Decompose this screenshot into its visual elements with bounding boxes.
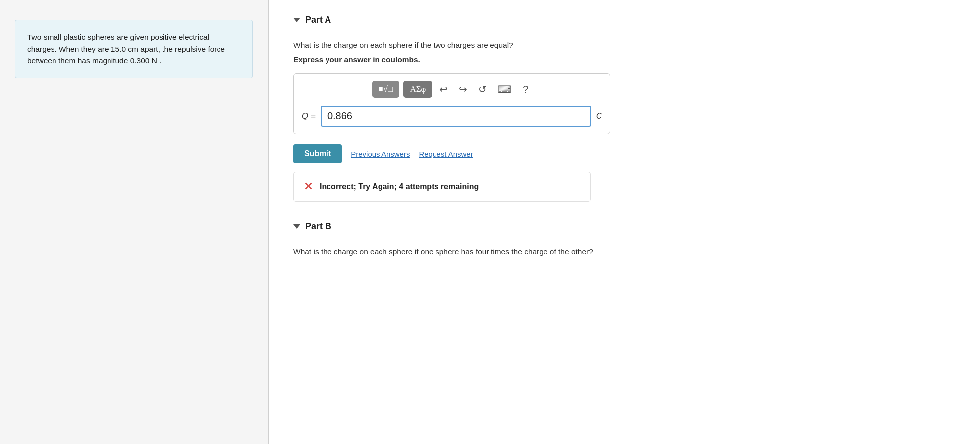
formula-button[interactable]: ■√□ (372, 81, 400, 98)
keyboard-button[interactable]: ⌨ (494, 81, 515, 97)
undo-button[interactable]: ↩ (436, 81, 451, 97)
undo-icon: ↩ (439, 84, 448, 95)
unit-label: C (596, 111, 602, 121)
input-row: Q = C (302, 106, 602, 127)
problem-text: Two small plastic spheres are given posi… (27, 33, 225, 65)
symbol-icon: ΑΣφ (410, 84, 426, 94)
toolbar: ■√□ ΑΣφ ↩ ↪ ↺ ⌨ ? (302, 81, 602, 98)
part-a-express: Express your answer in coulombs. (293, 56, 955, 64)
feedback-text: Incorrect; Try Again; 4 attempts remaini… (320, 182, 479, 191)
previous-answers-button[interactable]: Previous Answers (351, 150, 410, 158)
part-b-section: Part B What is the charge on each sphere… (293, 222, 955, 257)
action-row: Submit Previous Answers Request Answer (293, 144, 955, 163)
part-b-label: Part B (305, 222, 331, 232)
redo-icon: ↪ (459, 84, 467, 95)
part-b-header: Part B (293, 222, 955, 232)
answer-input[interactable] (321, 106, 591, 127)
left-panel: Two small plastic spheres are given posi… (0, 0, 268, 444)
part-b-question: What is the charge on each sphere if one… (293, 246, 955, 257)
part-a-question: What is the charge on each sphere if the… (293, 39, 955, 51)
part-b-chevron-icon[interactable] (293, 224, 300, 229)
q-label: Q = (302, 111, 316, 121)
right-panel: Part A What is the charge on each sphere… (269, 0, 980, 444)
keyboard-icon: ⌨ (497, 84, 512, 95)
math-input-container: ■√□ ΑΣφ ↩ ↪ ↺ ⌨ ? Q = C (293, 73, 610, 134)
part-a-label: Part A (305, 15, 331, 25)
problem-statement: Two small plastic spheres are given posi… (15, 20, 253, 78)
help-icon: ? (523, 84, 528, 95)
redo-button[interactable]: ↪ (455, 81, 471, 97)
help-button[interactable]: ? (519, 82, 532, 97)
part-a-header: Part A (293, 15, 955, 25)
symbol-button[interactable]: ΑΣφ (403, 81, 432, 98)
refresh-icon: ↺ (478, 84, 487, 95)
refresh-button[interactable]: ↺ (475, 81, 490, 97)
formula-icon: ■√□ (379, 84, 393, 94)
part-a-chevron-icon[interactable] (293, 18, 300, 22)
submit-button[interactable]: Submit (293, 144, 342, 163)
incorrect-icon: ✕ (304, 180, 313, 193)
request-answer-button[interactable]: Request Answer (419, 150, 473, 158)
feedback-box: ✕ Incorrect; Try Again; 4 attempts remai… (293, 172, 591, 202)
